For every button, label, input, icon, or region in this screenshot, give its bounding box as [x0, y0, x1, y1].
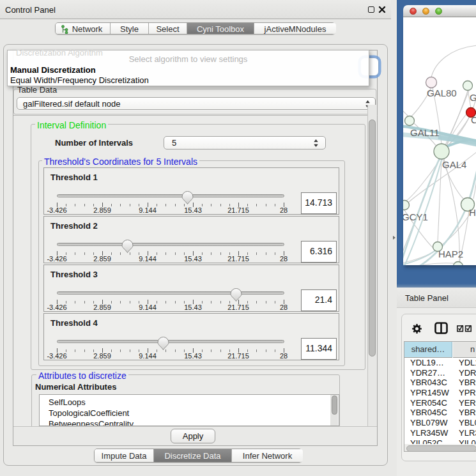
- svg-text:GAL80: GAL80: [427, 88, 457, 98]
- svg-text:GAL11: GAL11: [410, 127, 440, 138]
- svg-text:H: H: [469, 207, 476, 218]
- svg-text:CR: CR: [471, 114, 476, 125]
- svg-text:GCY1: GCY1: [403, 211, 428, 222]
- svg-text:GA: GA: [470, 92, 476, 103]
- svg-text:GAL4: GAL4: [442, 159, 466, 170]
- svg-text:HAP2: HAP2: [438, 249, 463, 259]
